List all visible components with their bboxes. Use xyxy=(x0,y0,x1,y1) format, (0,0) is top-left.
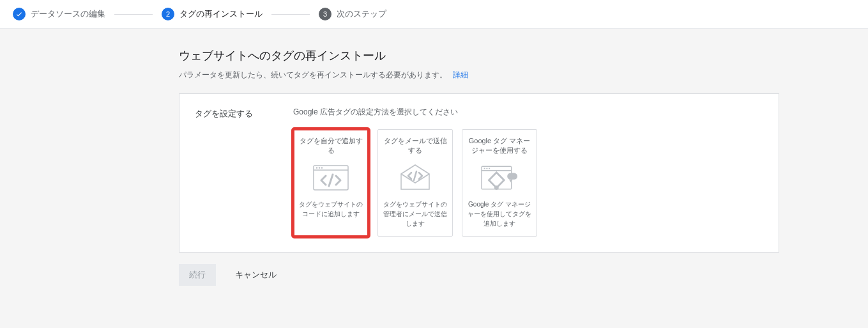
option-desc: Google タグ マネージャーを使用してタグを追加します xyxy=(468,199,531,228)
svg-line-6 xyxy=(414,171,416,180)
action-row: 続行 キャンセル xyxy=(179,264,779,286)
stepper: データソースの編集 2 タグの再インストール 3 次のステップ xyxy=(0,0,868,29)
step-separator xyxy=(114,14,153,15)
step-1[interactable]: データソースの編集 xyxy=(13,8,105,20)
code-window-icon xyxy=(312,165,349,191)
option-install-yourself[interactable]: タグを自分で追加する タグをウェブサイトのコードに追加します xyxy=(293,129,369,237)
cancel-button[interactable]: キャンセル xyxy=(225,264,287,286)
step-number-icon: 2 xyxy=(162,8,174,20)
subtitle-text: パラメータを更新したら、続いてタグを再インストールする必要があります。 xyxy=(179,70,447,79)
step-label: タグの再インストール xyxy=(179,8,263,20)
svg-marker-15 xyxy=(509,180,513,183)
check-icon xyxy=(13,8,26,20)
option-desc: タグをウェブサイトのコードに追加します xyxy=(299,199,363,219)
svg-point-10 xyxy=(486,168,487,169)
page-title: ウェブサイトへのタグの再インストール xyxy=(179,48,779,63)
option-title: タグを自分で追加する xyxy=(299,136,363,156)
option-title: Google タグ マネージャーを使用する xyxy=(468,136,531,156)
svg-point-2 xyxy=(316,167,317,168)
svg-rect-14 xyxy=(507,173,517,179)
page-subtitle: パラメータを更新したら、続いてタグを再インストールする必要があります。 詳細 xyxy=(179,70,779,81)
gtm-window-icon xyxy=(481,165,518,191)
section-hint: Google 広告タグの設定方法を選択してください xyxy=(293,107,763,118)
svg-point-3 xyxy=(319,167,320,168)
svg-line-5 xyxy=(329,175,333,186)
svg-rect-12 xyxy=(489,173,504,188)
option-desc: タグをウェブサイトの管理者にメールで送信します xyxy=(383,199,447,228)
option-title: タグをメールで送信する xyxy=(383,136,447,156)
continue-button[interactable]: 続行 xyxy=(179,264,216,286)
option-gtm[interactable]: Google タグ マネージャーを使用する xyxy=(462,129,537,237)
step-label: 次のステップ xyxy=(337,8,386,20)
mail-code-icon xyxy=(397,165,434,191)
learn-more-link[interactable]: 詳細 xyxy=(453,70,468,79)
step-label: データソースの編集 xyxy=(31,8,105,20)
setup-card: タグを設定する Google 広告タグの設定方法を選択してください タグを自分で… xyxy=(179,93,779,253)
svg-point-11 xyxy=(489,168,490,169)
svg-point-4 xyxy=(321,167,323,168)
step-2[interactable]: 2 タグの再インストール xyxy=(162,8,263,20)
svg-point-9 xyxy=(483,168,485,169)
option-email-tag[interactable]: タグをメールで送信する タグをウェブサイトの管理者にメールで送信します xyxy=(377,129,453,237)
main-content: ウェブサイトへのタグの再インストール パラメータを更新したら、続いてタグを再イン… xyxy=(179,48,779,286)
step-3[interactable]: 3 次のステップ xyxy=(319,8,386,20)
step-separator xyxy=(271,14,310,15)
step-number-icon: 3 xyxy=(319,8,331,20)
section-label: タグを設定する xyxy=(195,107,271,237)
option-list: タグを自分で追加する タグをウェブサイトのコードに追加します xyxy=(293,129,763,237)
